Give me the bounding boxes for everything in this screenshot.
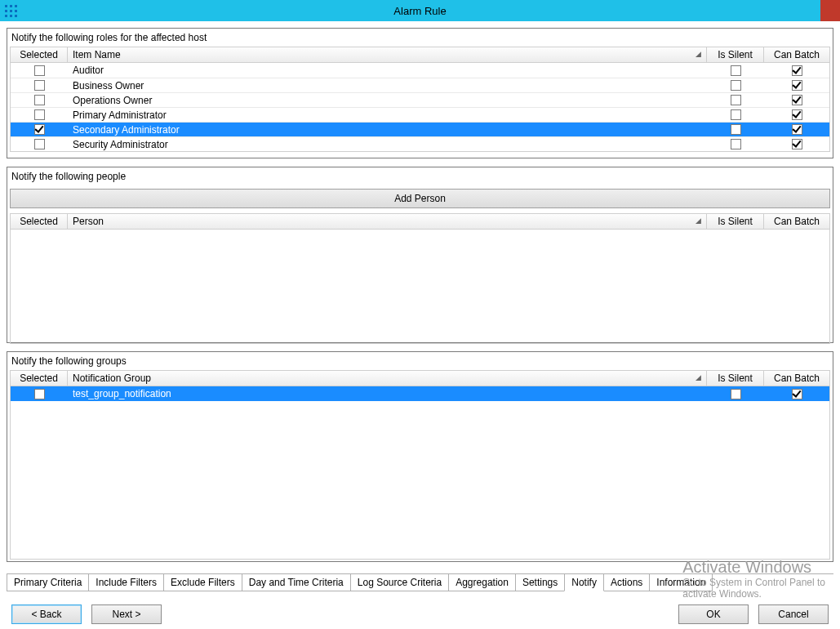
col-is-silent[interactable]: Is Silent [707,371,764,386]
selected-checkbox[interactable] [34,139,45,149]
can-batch-checkbox[interactable] [792,95,802,105]
people-rows [10,230,830,344]
role-name: Operations Owner [68,93,707,107]
role-row[interactable]: Primary Administrator [11,107,829,122]
role-row[interactable]: Security Administrator [11,136,829,151]
is-silent-checkbox[interactable] [731,109,741,120]
groups-label: Notify the following groups [10,354,830,370]
content: Notify the following roles for the affec… [0,21,840,573]
role-row[interactable]: Business Owner [11,78,829,92]
is-silent-checkbox[interactable] [731,389,741,399]
tab-actions[interactable]: Actions [603,574,650,591]
tabs-strip: Primary CriteriaInclude FiltersExclude F… [7,573,833,591]
col-notification-group[interactable]: Notification Group◢ [68,371,707,386]
window-title: Alarm Rule [0,5,840,17]
is-silent-checkbox[interactable] [731,139,741,149]
sort-asc-icon: ◢ [696,216,701,225]
cancel-button[interactable]: Cancel [758,604,829,624]
tab-exclude-filters[interactable]: Exclude Filters [163,574,242,591]
col-can-batch[interactable]: Can Batch [764,371,829,386]
people-column-header: Selected Person◢ Is Silent Can Batch [10,213,830,230]
col-selected[interactable]: Selected [11,47,68,62]
titlebar: Alarm Rule [0,0,840,21]
role-row[interactable]: Auditor [11,63,829,78]
groups-column-header: Selected Notification Group◢ Is Silent C… [10,370,830,386]
is-silent-checkbox[interactable] [731,124,741,135]
tab-include-filters[interactable]: Include Filters [88,574,164,591]
can-batch-checkbox[interactable] [792,65,802,76]
selected-checkbox[interactable] [34,65,45,76]
groups-section: Notify the following groups Selected Not… [7,351,833,562]
role-name: Secondary Administrator [68,123,707,136]
is-silent-checkbox[interactable] [731,65,741,76]
selected-checkbox[interactable] [34,109,45,120]
group-name: test_group_notification [68,386,707,401]
add-person-button[interactable]: Add Person [10,189,830,208]
back-button[interactable]: < Back [11,604,82,624]
selected-checkbox[interactable] [34,95,45,105]
col-item-name[interactable]: Item Name◢ [68,47,707,62]
can-batch-checkbox[interactable] [792,124,802,135]
col-selected[interactable]: Selected [11,371,68,386]
role-row[interactable]: Secondary Administrator [11,122,829,136]
roles-column-header: Selected Item Name◢ Is Silent Can Batch [10,47,830,63]
selected-checkbox[interactable] [34,80,45,91]
can-batch-checkbox[interactable] [792,109,802,120]
next-button[interactable]: Next > [91,604,162,624]
tab-settings[interactable]: Settings [515,574,565,591]
col-is-silent[interactable]: Is Silent [707,214,764,229]
role-name: Security Administrator [68,137,707,151]
sort-asc-icon: ◢ [696,373,701,381]
groups-rows: test_group_notification [10,386,830,560]
can-batch-checkbox[interactable] [792,139,802,149]
selected-checkbox[interactable] [34,389,45,399]
role-name: Primary Administrator [68,108,707,122]
tab-aggregation[interactable]: Aggregation [448,574,516,591]
selected-checkbox[interactable] [34,124,45,135]
can-batch-checkbox[interactable] [792,389,802,399]
role-name: Auditor [68,63,707,78]
tab-notify[interactable]: Notify [564,574,604,591]
people-section: Notify the following people Add Person S… [7,167,833,343]
col-can-batch[interactable]: Can Batch [764,214,829,229]
tab-log-source-criteria[interactable]: Log Source Criteria [350,574,449,591]
col-person[interactable]: Person◢ [68,214,707,229]
is-silent-checkbox[interactable] [731,80,741,91]
is-silent-checkbox[interactable] [731,95,741,105]
can-batch-checkbox[interactable] [792,80,802,91]
people-label: Notify the following people [10,169,830,185]
sort-asc-icon: ◢ [696,50,701,58]
col-can-batch[interactable]: Can Batch [764,47,829,62]
tab-day-and-time-criteria[interactable]: Day and Time Criteria [242,574,351,591]
col-is-silent[interactable]: Is Silent [707,47,764,62]
role-name: Business Owner [68,78,707,92]
footer: < Back Next > OK Cancel [0,604,840,624]
ok-button[interactable]: OK [678,604,749,624]
role-row[interactable]: Operations Owner [11,92,829,107]
close-button[interactable] [820,0,840,21]
col-selected[interactable]: Selected [11,214,68,229]
roles-rows: AuditorBusiness OwnerOperations OwnerPri… [10,63,830,152]
group-row[interactable]: test_group_notification [11,386,829,401]
tab-information[interactable]: Information [649,574,713,591]
roles-section: Notify the following roles for the affec… [7,28,833,158]
tab-primary-criteria[interactable]: Primary Criteria [7,574,89,591]
roles-label: Notify the following roles for the affec… [10,30,830,47]
